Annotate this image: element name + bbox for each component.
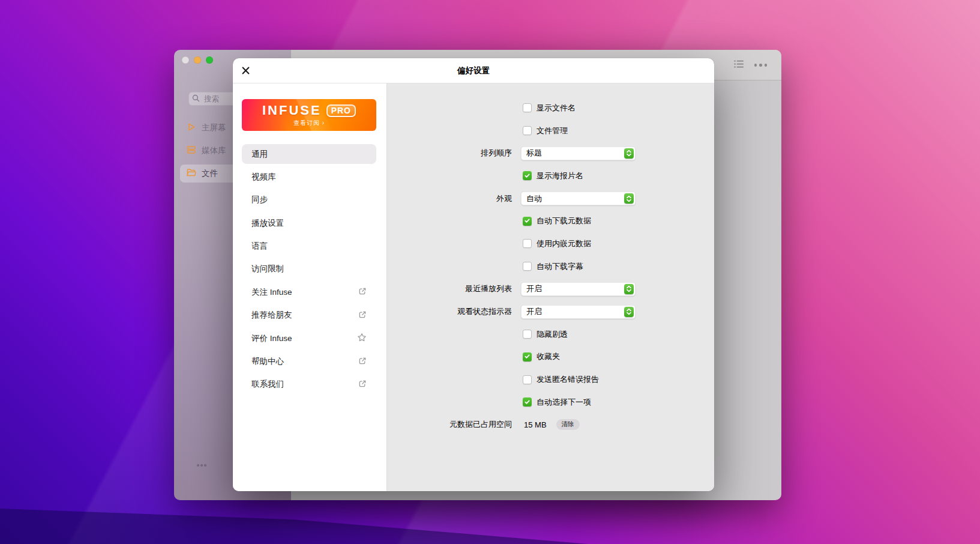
- more-icon[interactable]: [754, 64, 768, 67]
- page-title: 偏好设置: [457, 65, 490, 76]
- menu-item-restrictions[interactable]: 访问限制: [242, 259, 376, 279]
- setting-row-hide-spoilers: 隐藏剧透: [387, 323, 714, 346]
- settings-panel: 显示文件名文件管理排列顺序标题显示海报片名外观自动自动下载元数据使用内嵌元数据自…: [386, 83, 714, 491]
- setting-row-appearance: 外观自动: [387, 187, 714, 210]
- setting-row-file-management: 文件管理: [387, 119, 714, 142]
- setting-row-auto-select-next: 自动选择下一项: [387, 391, 714, 414]
- chevron-right-icon: ›: [322, 119, 325, 126]
- preferences-dialog: 偏好设置 INFUSE PRO 查看订阅 › 通用视频库同步播放设置语言访问限制…: [233, 58, 714, 491]
- select-appearance[interactable]: 自动: [521, 192, 636, 205]
- view-subscription-link[interactable]: 查看订阅 ›: [242, 119, 376, 127]
- search-icon: [192, 94, 200, 104]
- desktop-wallpaper: { "colors":{"accent_green":"#3fae23","ba…: [0, 0, 980, 544]
- menu-item-recommend-to-friends[interactable]: 推荐给朋友: [242, 306, 376, 325]
- external-link-icon: [358, 379, 367, 390]
- setting-row-recently-played-list: 最近播放列表开启: [387, 278, 714, 301]
- external-link-icon: [358, 287, 367, 297]
- menu-item-general[interactable]: 通用: [242, 144, 376, 164]
- queue-list-icon[interactable]: [734, 59, 744, 71]
- menu-item-label: 语言: [251, 241, 268, 252]
- sidebar-item-label: 主屏幕: [202, 122, 226, 133]
- external-link-icon: [358, 357, 367, 367]
- checkbox-label: 文件管理: [537, 125, 568, 136]
- sidebar-item-label: 文件: [202, 168, 218, 179]
- stepper-icon: [624, 193, 634, 204]
- clear-metadata-button[interactable]: 清除: [556, 419, 580, 430]
- pro-badge: PRO: [326, 104, 356, 117]
- selected-value: 自动: [526, 193, 542, 204]
- menu-item-rate-infuse[interactable]: 评价 Infuse: [242, 328, 376, 348]
- check-icon: [524, 397, 531, 408]
- dialog-header: 偏好设置: [233, 58, 714, 83]
- menu-item-label: 联系我们: [251, 379, 284, 390]
- checkbox-label: 使用内嵌元数据: [537, 238, 591, 249]
- setting-row-show-poster-titles: 显示海报片名: [387, 165, 714, 187]
- setting-row-watched-indicators: 观看状态指示器开启: [387, 300, 714, 323]
- checkbox-label: 显示海报片名: [537, 171, 583, 181]
- menu-item-label: 播放设置: [251, 218, 284, 229]
- brand-logo: INFUSE: [262, 103, 322, 118]
- menu-item-label: 推荐给朋友: [251, 310, 292, 321]
- checkbox-hide-spoilers[interactable]: [523, 330, 532, 339]
- checkbox-auto-select-next[interactable]: [523, 397, 532, 406]
- checkbox-label: 发送匿名错误报告: [537, 374, 599, 385]
- check-icon: [524, 351, 531, 362]
- menu-item-video-library[interactable]: 视频库: [242, 167, 376, 187]
- checkbox-embedded-metadata[interactable]: [523, 239, 532, 248]
- setting-row-show-filenames: 显示文件名: [387, 97, 714, 119]
- checkbox-label: 收藏夹: [537, 351, 560, 362]
- setting-label: 外观: [387, 193, 512, 204]
- metadata-size-value: 15 MB: [524, 420, 547, 429]
- menu-item-label: 同步: [251, 195, 268, 205]
- star-icon: [357, 333, 367, 344]
- checkbox-label: 显示文件名: [537, 103, 576, 113]
- infuse-pro-banner[interactable]: INFUSE PRO 查看订阅 ›: [242, 99, 376, 131]
- setting-row-metadata-storage: 元数据已占用空间15 MB清除: [387, 414, 714, 437]
- checkbox-label: 自动下载字幕: [537, 261, 583, 272]
- sidebar-more-icon[interactable]: [197, 464, 206, 467]
- checkbox-show-poster-titles[interactable]: [523, 171, 532, 180]
- setting-label: 观看状态指示器: [387, 306, 512, 317]
- preferences-menu: 通用视频库同步播放设置语言访问限制关注 Infuse推荐给朋友评价 Infuse…: [242, 144, 376, 394]
- setting-label: 最近播放列表: [387, 283, 512, 294]
- menu-item-playback[interactable]: 播放设置: [242, 213, 376, 233]
- menu-item-language[interactable]: 语言: [242, 237, 376, 256]
- select-sort-order[interactable]: 标题: [521, 147, 636, 160]
- checkbox-auto-fetch-metadata[interactable]: [523, 217, 532, 226]
- menu-item-follow-infuse[interactable]: 关注 Infuse: [242, 282, 376, 302]
- sidebar-item-label: 媒体库: [202, 145, 226, 156]
- close-window-button[interactable]: [182, 56, 189, 64]
- selected-value: 开启: [526, 283, 542, 294]
- check-icon: [524, 216, 531, 226]
- select-watched-indicators[interactable]: 开启: [521, 305, 636, 319]
- checkbox-file-management[interactable]: [523, 126, 532, 135]
- setting-label: 排列顺序: [387, 148, 512, 159]
- close-icon[interactable]: [241, 65, 251, 76]
- menu-item-help-center[interactable]: 帮助中心: [242, 352, 376, 372]
- zoom-window-button[interactable]: [206, 56, 213, 64]
- menu-item-label: 关注 Infuse: [251, 287, 292, 298]
- checkbox-favorites[interactable]: [523, 352, 532, 361]
- minimize-window-button[interactable]: [194, 56, 201, 64]
- menu-item-label: 通用: [251, 149, 268, 160]
- setting-label: 元数据已占用空间: [387, 419, 512, 430]
- menu-item-sync[interactable]: 同步: [242, 190, 376, 210]
- select-recently-played-list[interactable]: 开启: [521, 282, 636, 296]
- folder-icon: [186, 168, 196, 180]
- stepper-icon: [624, 148, 634, 159]
- menu-item-contact-us[interactable]: 联系我们: [242, 375, 376, 394]
- checkbox-auto-download-subtitles[interactable]: [523, 262, 532, 271]
- setting-row-favorites: 收藏夹: [387, 346, 714, 369]
- menu-item-label: 帮助中心: [251, 356, 284, 367]
- menu-item-label: 评价 Infuse: [251, 333, 292, 344]
- setting-row-auto-download-subtitles: 自动下载字幕: [387, 255, 714, 278]
- checkbox-show-filenames[interactable]: [523, 103, 532, 112]
- menu-item-label: 访问限制: [251, 264, 284, 274]
- checkbox-send-error-reports[interactable]: [523, 375, 532, 384]
- stepper-icon: [624, 307, 634, 317]
- selected-value: 开启: [526, 306, 542, 317]
- checkbox-label: 自动下载元数据: [537, 216, 591, 226]
- external-link-icon: [358, 310, 367, 321]
- setting-row-auto-fetch-metadata: 自动下载元数据: [387, 210, 714, 232]
- check-icon: [524, 171, 531, 181]
